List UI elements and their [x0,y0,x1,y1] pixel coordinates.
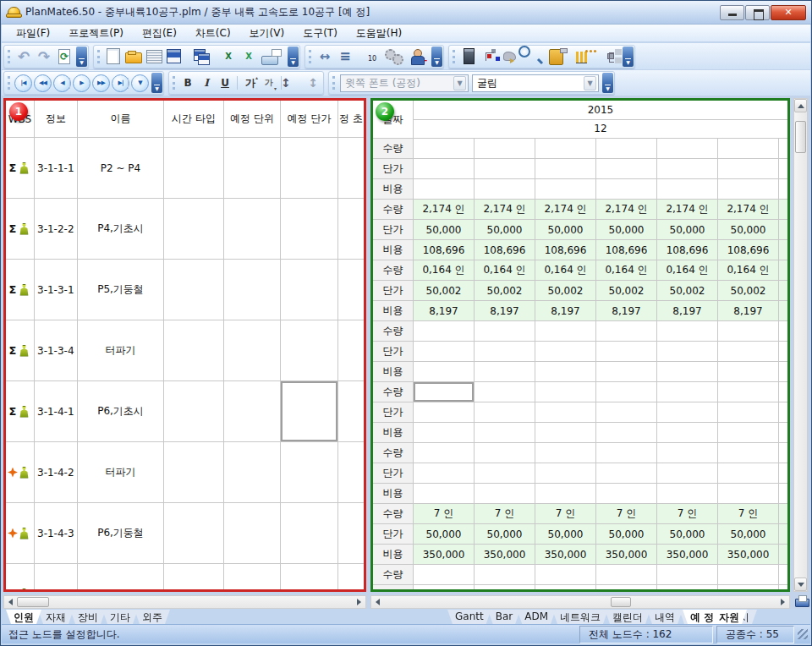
value-cell[interactable]: 50,002 [718,281,779,301]
add-resource-icon[interactable]: + [409,47,430,67]
value-cell-partial[interactable] [779,321,787,342]
new-document-icon[interactable] [103,47,123,67]
value-cell[interactable] [718,382,779,402]
value-cell[interactable] [596,423,657,443]
value-cell[interactable] [718,159,779,179]
value-cell[interactable]: 7 인 [535,504,596,524]
value-cell[interactable] [414,443,475,463]
value-cell[interactable] [535,585,596,592]
vertical-scroll-thumb[interactable] [795,121,806,153]
value-cell[interactable]: 50,002 [414,281,475,301]
clipped-cell[interactable] [338,442,364,502]
report-form-icon[interactable] [144,47,164,67]
chevron-down-icon[interactable]: ▼ [453,76,466,90]
value-cell[interactable]: 50,000 [475,220,535,240]
value-cell-partial[interactable] [779,362,787,382]
view-tab[interactable]: 내역 [647,610,683,624]
horizontal-scroll-thumb[interactable] [611,597,631,607]
wbs-code-cell[interactable]: 3-1-2-2 [35,199,78,259]
toolbar-grip[interactable] [453,50,455,63]
value-cell[interactable]: 2,174 인 [596,200,657,220]
value-cell[interactable] [535,321,596,342]
horizontal-scroll-thumb[interactable] [17,597,49,607]
wbs-code-cell[interactable]: 3-1-4-1 [35,381,78,441]
value-cell[interactable]: 350,000 [596,545,657,565]
value-cell[interactable] [475,463,535,484]
plan-price-cell[interactable] [281,442,338,502]
value-cell[interactable] [718,484,779,504]
value-cell[interactable] [657,321,718,342]
value-cell[interactable] [596,159,657,179]
time-type-cell[interactable] [164,564,224,592]
value-cell[interactable] [535,159,596,179]
font-name-dropdown[interactable]: 굴림▼ [472,74,599,92]
value-cell[interactable] [475,362,535,382]
value-cell[interactable] [657,423,718,443]
close-button[interactable] [771,5,806,20]
plan-price-cell[interactable] [281,503,338,563]
row-height-fit-icon[interactable] [304,74,322,92]
value-cell[interactable] [657,342,718,362]
task-row[interactable]: Σ 3-1-3-4 터파기 [6,320,364,381]
redo-icon[interactable] [34,47,54,67]
value-cell[interactable] [535,179,596,200]
plan-price-cell[interactable] [281,320,338,380]
value-cell[interactable] [596,402,657,423]
value-cell[interactable] [657,443,718,463]
save-icon[interactable] [171,47,191,67]
value-cell[interactable] [475,139,535,159]
clipped-cell[interactable] [338,260,364,320]
toolbar-overflow-button[interactable] [623,47,634,67]
wbs-code-cell[interactable]: 3-1-4-3 [35,503,78,563]
value-cell[interactable]: 50,002 [657,281,718,301]
plan-unit-cell[interactable] [224,199,281,259]
font-scope-dropdown[interactable]: 윗쪽 폰트 (공정)▼ [340,74,469,92]
resource-tab[interactable]: 장비 [70,610,106,624]
value-cell[interactable] [475,342,535,362]
value-cell[interactable] [475,179,535,200]
value-cell[interactable] [718,139,779,159]
value-cell[interactable] [475,402,535,423]
value-cell-partial[interactable] [779,220,787,240]
value-cell[interactable]: 350,000 [475,545,535,565]
plan-price-cell[interactable] [281,138,338,198]
value-cell[interactable]: 8,197 [718,301,779,321]
font-shrink-button[interactable]: 가 [260,74,278,92]
value-cell-partial[interactable] [779,585,787,592]
next-record-icon[interactable]: ▶ [73,74,91,92]
plan-price-cell[interactable] [281,199,338,259]
network-diagram-icon[interactable] [479,47,499,67]
clipped-cell[interactable] [338,320,364,380]
value-cell[interactable] [414,139,475,159]
toolbar-overflow-button[interactable] [151,73,162,93]
value-cell[interactable]: 0,164 인 [596,260,657,281]
value-cell[interactable] [535,382,596,402]
value-cell[interactable]: 108,696 [596,240,657,260]
search-icon[interactable] [526,47,546,67]
value-cell[interactable] [596,484,657,504]
resource-tab[interactable]: 기타 [102,610,138,624]
value-cell[interactable] [718,423,779,443]
scroll-up-icon[interactable] [794,99,807,112]
toolbar-overflow-button[interactable] [431,47,442,67]
clipped-cell[interactable] [338,503,364,563]
scroll-down-icon[interactable] [794,578,807,591]
value-cell[interactable]: 8,197 [596,301,657,321]
value-cell[interactable] [657,179,718,200]
value-cell[interactable] [718,321,779,342]
resource-tab[interactable]: 자재 [38,610,74,624]
value-cell[interactable]: 108,696 [475,240,535,260]
menu-item[interactable]: 파일(F) [7,25,59,42]
task-name-cell[interactable]: 작업도로 [78,564,164,592]
row-height-icon[interactable] [285,74,304,92]
underline-button[interactable]: U [216,74,234,92]
clipped-cell[interactable] [338,199,364,259]
value-cell[interactable]: 0,164 인 [657,260,718,281]
bold-button[interactable]: B [178,74,197,92]
task-name-cell[interactable]: 터파기 [78,320,164,380]
value-cell[interactable]: 0,164 인 [718,260,779,281]
value-cell-partial[interactable] [779,565,787,585]
value-cell-partial[interactable] [779,524,787,545]
menu-item[interactable]: 차트(C) [186,25,240,42]
plan-unit-cell[interactable] [224,564,281,592]
